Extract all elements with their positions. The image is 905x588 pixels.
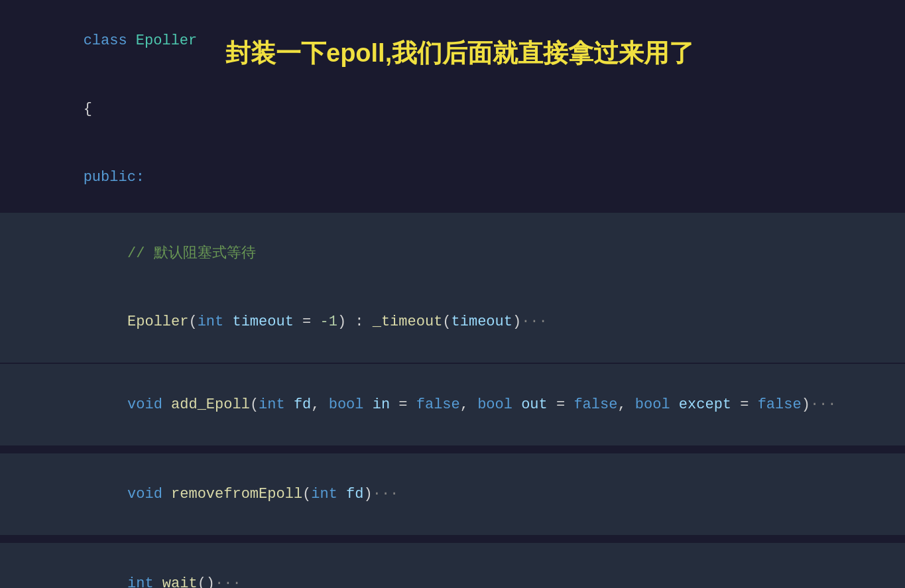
remove-name: removefromEpoll	[171, 486, 302, 502]
p3: (	[302, 486, 311, 502]
init-param: timeout	[452, 314, 513, 330]
ellipsis1: ···	[521, 314, 548, 330]
code-container: 封装一下epoll,我们后面就直接拿过来用了 class Epoller { p…	[0, 0, 905, 588]
wait-block: int wait()···	[0, 543, 905, 588]
public-keyword: public:	[84, 169, 145, 186]
init-name: _timeout	[373, 314, 443, 330]
p4: )	[364, 486, 373, 502]
comma1: ,	[311, 396, 328, 413]
open-brace: {	[84, 101, 92, 117]
gap2	[0, 536, 905, 542]
void-kw1: void	[127, 396, 171, 413]
comment-block: // 默认阻塞式等待 Epoller(int timeout = -1) : _…	[0, 213, 905, 363]
remove-block: void removefromEpoll(int fd)···	[0, 453, 905, 535]
add-epoll-name: add_Epoll	[171, 396, 250, 413]
comma2: ,	[460, 396, 477, 413]
class-name: Epoller	[136, 32, 197, 49]
constructor-line: Epoller(int timeout = -1) : _timeout(tim…	[0, 288, 905, 356]
s5	[337, 486, 346, 502]
int-kw1: int	[259, 396, 285, 413]
bool-kw2: bool	[477, 396, 513, 413]
wait-line: int wait()···	[0, 550, 905, 588]
add-epoll-block: void add_Epoll(int fd, bool in = false, …	[0, 364, 905, 445]
paren-close: )	[337, 314, 346, 330]
paren-open: (	[188, 314, 197, 330]
int-kw3: int	[127, 575, 162, 588]
keyword-class: class	[84, 32, 136, 49]
bool-kw3: bool	[635, 396, 670, 413]
false2: false	[573, 396, 617, 413]
p2: )	[802, 396, 810, 413]
param-fd2: fd	[346, 486, 363, 502]
wait-name: wait	[162, 575, 198, 588]
init-paren-open: (	[442, 314, 451, 330]
p1: (	[250, 396, 259, 413]
void-kw2: void	[127, 486, 171, 502]
gap1	[0, 447, 905, 452]
colon: :	[346, 314, 373, 330]
param-except: except	[679, 396, 731, 413]
ellipsis3: ···	[373, 486, 399, 502]
open-brace-line: {	[0, 75, 905, 143]
s4	[670, 396, 679, 413]
eq1: =	[390, 396, 416, 413]
equals: =	[294, 314, 320, 330]
param-timeout: timeout	[232, 314, 293, 330]
param-in: in	[373, 396, 390, 413]
public-label-line: public:	[0, 143, 905, 211]
type-int: int	[198, 314, 224, 330]
annotation-text: 封装一下epoll,我们后面就直接拿过来用了	[225, 36, 694, 70]
comma3: ,	[617, 396, 634, 413]
space	[223, 314, 232, 330]
p5: ()	[198, 575, 215, 588]
s1	[285, 396, 294, 413]
eq3: =	[731, 396, 758, 413]
code-block: class Epoller { public: // 默认阻塞式等待	[0, 0, 905, 588]
add-epoll-line: void add_Epoll(int fd, bool in = false, …	[0, 371, 905, 439]
val-neg1: -1	[320, 314, 337, 330]
remove-line: void removefromEpoll(int fd)···	[0, 460, 905, 528]
false1: false	[416, 396, 460, 413]
s2	[364, 396, 373, 413]
s3	[513, 396, 521, 413]
bool-kw1: bool	[329, 396, 364, 413]
param-fd1: fd	[294, 396, 311, 413]
ellipsis4: ···	[215, 575, 241, 588]
eq2: =	[548, 396, 574, 413]
ellipsis2: ···	[810, 396, 837, 413]
init-paren-close: )	[513, 314, 521, 330]
comment-line: // 默认阻塞式等待	[0, 219, 905, 288]
comment-text: // 默认阻塞式等待	[127, 245, 256, 262]
int-kw2: int	[311, 486, 337, 502]
false3: false	[758, 396, 802, 413]
param-out: out	[521, 396, 548, 413]
constructor-name: Epoller	[127, 314, 188, 330]
